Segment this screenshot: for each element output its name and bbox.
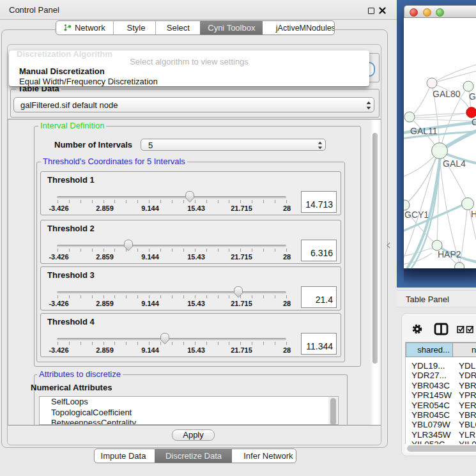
svg-text:GAL4: GAL4 (443, 158, 466, 169)
svg-text:GA: GA (469, 91, 476, 102)
svg-text:C: C (472, 117, 476, 127)
svg-text:GAL11: GAL11 (410, 126, 438, 136)
svg-text:GCY1: GCY1 (404, 210, 429, 220)
svg-text:GAL80: GAL80 (433, 89, 461, 99)
svg-text:HAP2: HAP2 (438, 249, 461, 259)
svg-text:H: H (471, 209, 476, 219)
